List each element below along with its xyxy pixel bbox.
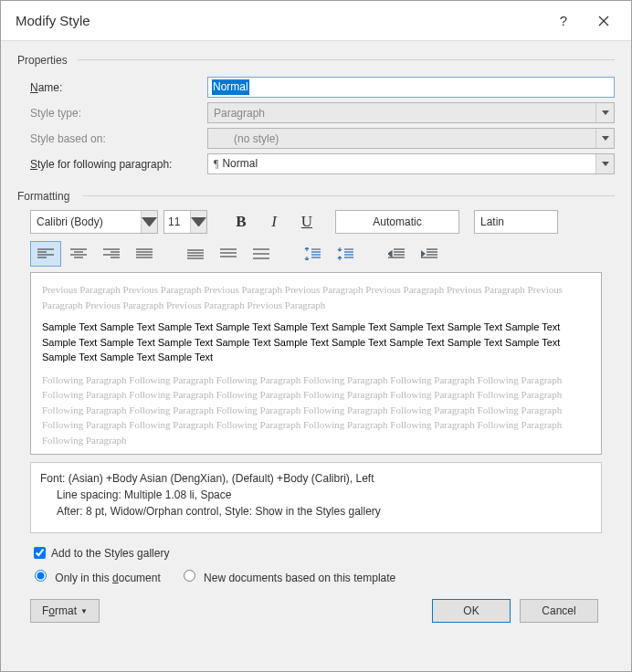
preview-previous-text: Previous Paragraph Previous Paragraph Pr… (42, 282, 590, 312)
single-spacing-icon (187, 247, 204, 260)
chevron-down-icon (595, 129, 614, 148)
name-label: Name: (30, 81, 207, 94)
desc-line-2: Line spacing: Multiple 1.08 li, Space (40, 487, 592, 503)
decrease-para-spacing-button[interactable] (330, 241, 361, 267)
modify-style-dialog: Modify Style ? Properties Name: Normal S… (0, 0, 632, 672)
following-paragraph-combo[interactable]: ¶Normal (207, 153, 615, 174)
only-this-document-input[interactable] (35, 570, 47, 582)
underline-button[interactable]: U (293, 210, 321, 234)
onehalf-spacing-icon (220, 247, 237, 260)
properties-section-label: Properties (17, 50, 615, 68)
new-documents-input[interactable] (184, 570, 195, 582)
align-justify-button[interactable] (129, 241, 160, 267)
only-this-document-radio[interactable]: Only in this document (30, 567, 161, 584)
name-input-selection: Normal (212, 79, 249, 95)
desc-line-3: After: 8 pt, Widow/Orphan control, Style… (40, 503, 592, 520)
increase-para-spacing-button[interactable] (297, 241, 328, 267)
align-right-icon (103, 247, 120, 260)
format-button[interactable]: Format▼ (30, 599, 100, 623)
cancel-button[interactable]: Cancel (520, 599, 598, 623)
increase-indent-button[interactable] (414, 241, 445, 267)
increase-indent-icon (421, 247, 437, 260)
align-center-button[interactable] (63, 241, 94, 267)
language-combo[interactable]: Latin (474, 210, 558, 234)
decrease-indent-icon (388, 247, 405, 260)
bold-button[interactable]: B (227, 210, 255, 234)
style-based-on-label: Style based on: (30, 132, 207, 145)
titlebar: Modify Style ? (1, 1, 631, 41)
preview-following-text: Following Paragraph Following Paragraph … (42, 373, 590, 448)
align-left-icon (37, 247, 54, 260)
align-center-icon (70, 247, 87, 260)
style-based-on-combo: (no style) (207, 128, 615, 149)
preview-pane: Previous Paragraph Previous Paragraph Pr… (30, 272, 602, 455)
single-spacing-button[interactable] (180, 241, 211, 267)
name-input[interactable] (207, 77, 615, 98)
align-justify-icon (136, 247, 153, 260)
increase-para-spacing-icon (304, 247, 321, 260)
chevron-down-icon (595, 154, 614, 173)
add-to-gallery-input[interactable] (34, 547, 46, 559)
chevron-down-icon (595, 103, 614, 122)
formatting-section-label: Formatting (17, 186, 615, 205)
following-paragraph-label: Style for following paragraph: (30, 158, 207, 171)
font-color-combo[interactable]: Automatic (335, 210, 459, 234)
ok-button[interactable]: OK (432, 599, 511, 623)
style-type-label: Style type: (30, 107, 207, 120)
close-button[interactable] (584, 1, 624, 41)
new-documents-radio[interactable]: New documents based on this template (179, 567, 395, 584)
caret-down-icon: ▼ (80, 607, 88, 615)
help-button[interactable]: ? (543, 1, 584, 41)
double-spacing-button[interactable] (246, 241, 277, 267)
align-left-button[interactable] (30, 241, 61, 267)
dialog-title: Modify Style (16, 13, 543, 28)
style-description: Font: (Asian) +Body Asian (DengXian), (D… (30, 462, 602, 533)
close-icon (598, 16, 609, 26)
onehalf-spacing-button[interactable] (213, 241, 244, 267)
font-family-combo[interactable]: Calibri (Body) (30, 210, 158, 234)
align-right-button[interactable] (96, 241, 127, 267)
desc-line-1: Font: (Asian) +Body Asian (DengXian), (D… (40, 470, 592, 487)
decrease-para-spacing-icon (337, 247, 353, 260)
style-type-combo: Paragraph (207, 102, 615, 123)
double-spacing-icon (253, 247, 269, 260)
chevron-down-icon (190, 211, 206, 233)
decrease-indent-button[interactable] (381, 241, 412, 267)
add-to-gallery-checkbox[interactable]: Add to the Styles gallery (30, 544, 169, 562)
font-size-combo[interactable]: 11 (163, 210, 207, 234)
chevron-down-icon (141, 211, 157, 233)
italic-button[interactable]: I (260, 210, 288, 234)
preview-sample-text: Sample Text Sample Text Sample Text Samp… (42, 320, 590, 365)
